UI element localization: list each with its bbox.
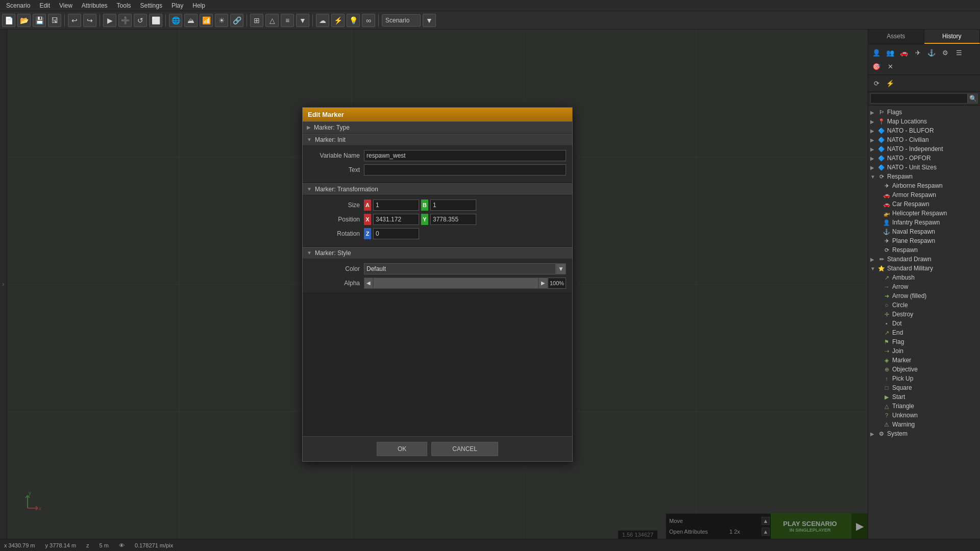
section-style-header[interactable]: ▼ Marker: Style: [303, 247, 572, 259]
tree-item-pick-up[interactable]: ▶ ↑ Pick Up: [868, 374, 980, 383]
redo-btn[interactable]: ↪: [83, 14, 96, 27]
tree-item-ambush[interactable]: ▶ ↗ Ambush: [868, 273, 980, 282]
tree-item-flags[interactable]: ▶ 🏳 Flags: [868, 108, 980, 117]
variable-name-input[interactable]: [364, 150, 566, 161]
menu-scenario[interactable]: Scenario: [2, 1, 34, 10]
color-dropdown-btn[interactable]: ▼: [556, 263, 566, 274]
close-panel-icon[interactable]: ✕: [884, 60, 896, 72]
add-btn[interactable]: ➕: [118, 14, 132, 27]
menu-settings[interactable]: Settings: [136, 1, 166, 10]
sun-btn[interactable]: ☀: [215, 14, 228, 27]
ok-button[interactable]: OK: [377, 442, 427, 456]
menu-play[interactable]: Play: [167, 1, 187, 10]
vehicle-icon[interactable]: 🚗: [898, 46, 910, 59]
size-b-input[interactable]: [430, 199, 476, 211]
text-input[interactable]: [364, 164, 566, 176]
signal-btn[interactable]: 📶: [200, 14, 213, 27]
tree-item-arrow-filled[interactable]: ▶ ➜ Arrow (filled): [868, 291, 980, 300]
section-transformation-header[interactable]: ▼ Marker: Transformation: [303, 183, 572, 195]
tree-item-unknown[interactable]: ▶ ? Unknown: [868, 411, 980, 420]
tree-item-airborne-respawn[interactable]: ▶ ✈ Airborne Respawn: [868, 181, 980, 190]
search-input[interactable]: [870, 93, 968, 104]
tree-item-objective[interactable]: ▶ ⊕ Objective: [868, 365, 980, 374]
layers-btn[interactable]: ≡: [281, 14, 294, 27]
tree-item-start[interactable]: ▶ ▶ Start: [868, 392, 980, 402]
plane-icon[interactable]: ✈: [912, 46, 924, 59]
alpha-increase-btn[interactable]: ▶: [538, 278, 548, 289]
move-btn[interactable]: ↺: [134, 14, 147, 27]
save-as-btn[interactable]: 🖫: [48, 14, 61, 27]
tree-item-standard-military[interactable]: ▼ ⭐ Standard Military: [868, 264, 980, 273]
section-marker-init-header[interactable]: ▼ Marker: Init: [303, 134, 572, 146]
scenario-dropdown[interactable]: Scenario: [382, 14, 421, 27]
menu-tools[interactable]: Tools: [113, 1, 135, 10]
cloud-btn[interactable]: ☁: [316, 14, 329, 27]
ship-icon[interactable]: ⚓: [925, 46, 938, 59]
globe-btn[interactable]: 🌐: [169, 14, 182, 27]
save-btn[interactable]: 💾: [33, 14, 46, 27]
tab-history[interactable]: History: [924, 30, 981, 44]
target-icon[interactable]: 🎯: [870, 60, 883, 72]
tree-item-nato-blufor[interactable]: ▶ 🔷 NATO - BLUFOR: [868, 126, 980, 135]
menu-edit[interactable]: Edit: [35, 1, 54, 10]
tree-item-destroy[interactable]: ▶ ✛ Destroy: [868, 310, 980, 319]
search-icon[interactable]: 🔍: [968, 93, 978, 104]
alpha-decrease-btn[interactable]: ◀: [364, 278, 373, 289]
person-icon[interactable]: 👤: [870, 46, 883, 59]
tree-item-marker[interactable]: ▶ ◈ Marker: [868, 356, 980, 365]
tree-item-respawn[interactable]: ▼ ⟳ Respawn: [868, 172, 980, 181]
tree-item-system[interactable]: ▶ ⚙ System: [868, 429, 980, 438]
speed-btn[interactable]: ⚡: [331, 14, 345, 27]
tree-item-nato-independent[interactable]: ▶ 🔷 NATO - Independent: [868, 144, 980, 154]
tree-item-nato-unit-sizes[interactable]: ▶ 🔷 NATO - Unit Sizes: [868, 163, 980, 172]
triangle-btn[interactable]: △: [265, 14, 279, 27]
respawn-icon[interactable]: ⟳: [870, 77, 883, 89]
tree-item-square[interactable]: ▶ □ Square: [868, 383, 980, 392]
logic-icon[interactable]: ⚡: [884, 77, 896, 89]
tree-item-car-respawn[interactable]: ▶ 🚗 Car Respawn: [868, 199, 980, 209]
pos-x-input[interactable]: [373, 214, 419, 225]
tree-item-infantry-respawn[interactable]: ▶ 👤 Infantry Respawn: [868, 218, 980, 227]
tree-item-end[interactable]: ▶ ↗ End: [868, 328, 980, 337]
tree-item-arrow[interactable]: ▶ → Arrow: [868, 282, 980, 291]
undo-btn[interactable]: ↩: [68, 14, 81, 27]
infinity-btn[interactable]: ∞: [362, 14, 375, 27]
cancel-button[interactable]: CANCEL: [431, 442, 498, 456]
tree-item-helicopter-respawn[interactable]: ▶ 🚁 Helicopter Respawn: [868, 209, 980, 218]
settings-icon[interactable]: ☰: [953, 46, 965, 59]
light-btn[interactable]: 💡: [347, 14, 360, 27]
gear-icon[interactable]: ⚙: [939, 46, 951, 59]
chain-btn[interactable]: 🔗: [230, 14, 243, 27]
dropdown-btn[interactable]: ▼: [423, 14, 436, 27]
tree-item-flag[interactable]: ▶ ⚑ Flag: [868, 337, 980, 346]
menu-attributes[interactable]: Attributes: [78, 1, 112, 10]
tree-item-nato-civilian[interactable]: ▶ 🔷 NATO - Civilian: [868, 135, 980, 144]
new-btn[interactable]: 📄: [2, 14, 15, 27]
tree-item-naval-respawn[interactable]: ▶ ⚓ Naval Respawn: [868, 227, 980, 236]
tree-item-map-locations[interactable]: ▶ 📍 Map Locations: [868, 117, 980, 126]
grid-btn[interactable]: ⊞: [250, 14, 263, 27]
alpha-slider[interactable]: [373, 278, 538, 289]
tree-item-dot[interactable]: ▶ • Dot: [868, 319, 980, 328]
terrain-btn[interactable]: ⛰: [184, 14, 198, 27]
section-marker-type[interactable]: ▶ Marker: Type: [303, 121, 572, 134]
tab-assets[interactable]: Assets: [868, 30, 924, 44]
select-btn[interactable]: ⬜: [149, 14, 162, 27]
filter-btn[interactable]: ▼: [296, 14, 309, 27]
menu-view[interactable]: View: [55, 1, 77, 10]
size-a-input[interactable]: [373, 199, 419, 211]
rot-z-input[interactable]: [373, 228, 419, 239]
tree-item-plane-respawn[interactable]: ▶ ✈ Plane Respawn: [868, 236, 980, 245]
tree-item-standard-drawn[interactable]: ▶ ✏ Standard Drawn: [868, 255, 980, 264]
open-btn[interactable]: 📂: [17, 14, 31, 27]
tree-item-circle[interactable]: ▶ ○ Circle: [868, 300, 980, 310]
menu-help[interactable]: Help: [188, 1, 209, 10]
tree-item-armor-respawn[interactable]: ▶ 🚗 Armor Respawn: [868, 190, 980, 199]
tree-item-join[interactable]: ▶ ⇢ Join: [868, 346, 980, 356]
tree-item-nato-opfor[interactable]: ▶ 🔷 NATO - OPFOR: [868, 154, 980, 163]
group-icon[interactable]: 👥: [884, 46, 896, 59]
tree-item-triangle[interactable]: ▶ △ Triangle: [868, 402, 980, 411]
tree-item-warning[interactable]: ▶ ⚠ Warning: [868, 420, 980, 429]
play-btn[interactable]: ▶: [103, 14, 116, 27]
pos-y-input[interactable]: [430, 214, 476, 225]
